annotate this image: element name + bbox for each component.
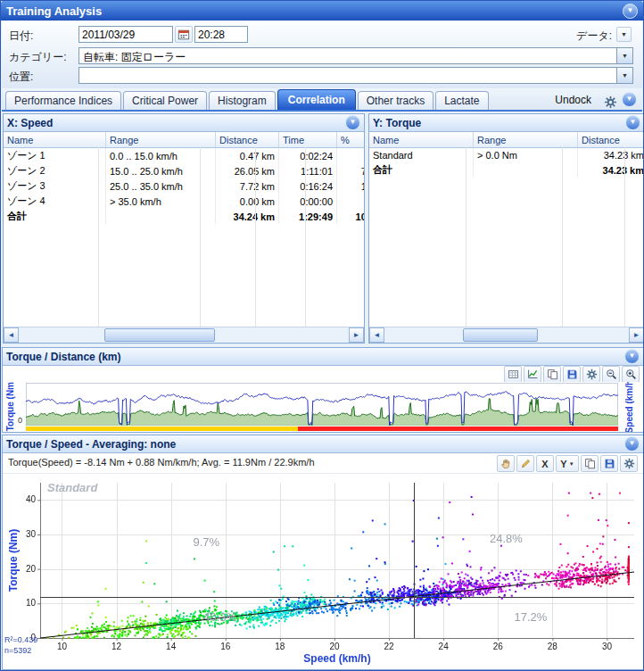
copy-button[interactable]	[581, 455, 599, 472]
tab-row: Performance IndicesCritical PowerHistogr…	[2, 88, 642, 112]
chevron-down-icon[interactable]: ▼	[616, 48, 632, 63]
chevron-down-icon: ▼	[627, 6, 634, 14]
chart-settings-button[interactable]	[524, 366, 541, 383]
column-divider	[466, 147, 466, 327]
column-header[interactable]: Distance	[578, 132, 644, 148]
cell: 1:29:49	[279, 209, 337, 224]
scroll-left-button[interactable]: ◄	[4, 327, 19, 343]
x-speed-panel-header: X: Speed ▼	[4, 114, 364, 132]
save-button[interactable]	[600, 455, 618, 472]
date-input[interactable]	[78, 26, 173, 43]
save-icon	[604, 458, 615, 469]
chevron-down-icon: ▼	[621, 31, 627, 37]
y-table-hscrollbar[interactable]: ◄ ►	[369, 327, 644, 343]
settings-button[interactable]	[602, 95, 618, 110]
y-torque-panel: Y: Torque ▼ NameRangeDistanceTime Standa…	[368, 113, 644, 344]
zoom-out-button[interactable]	[602, 366, 620, 383]
table-row[interactable]: Standard> 0.0 Nm34.23 km	[369, 148, 644, 163]
zoom-in-button[interactable]	[622, 366, 640, 383]
cell: ゾーン 4	[4, 194, 106, 209]
torque-speed-collapse-button[interactable]: ▼	[624, 436, 640, 451]
scroll-right-button[interactable]: ►	[629, 327, 644, 343]
window-collapse-button[interactable]: ▼	[623, 4, 638, 19]
training-analysis-window: Training Analysis ▼ 日付: データ: ▼ カテゴリー: 自転…	[0, 0, 644, 671]
y-table-tbody: Standard> 0.0 Nm34.23 km合計34.23 km1	[369, 148, 644, 178]
scroll-thumb[interactable]	[104, 328, 215, 342]
column-header[interactable]: Name	[4, 132, 106, 148]
gear-icon	[586, 369, 598, 380]
chevron-down-icon[interactable]: ▼	[616, 68, 632, 83]
track-bar-segment	[26, 427, 298, 431]
x-axis-button[interactable]: X	[536, 455, 554, 472]
scroll-right-button[interactable]: ►	[349, 327, 364, 343]
copy-button[interactable]	[543, 366, 561, 383]
tab-lactate[interactable]: Lactate	[435, 91, 488, 110]
column-divider	[562, 147, 563, 327]
edit-button[interactable]	[516, 455, 534, 472]
x-speed-panel: X: Speed ▼ NameRangeDistanceTime% ゾーン 10…	[3, 113, 365, 344]
cell: 34.23 km	[578, 148, 644, 163]
x-speed-collapse-button[interactable]: ▼	[345, 115, 360, 130]
x-speed-table: NameRangeDistanceTime% ゾーン 10.0 .. 15.0 …	[4, 132, 365, 224]
y-axis-button[interactable]: Y▼	[556, 455, 579, 472]
column-divider	[305, 147, 306, 327]
chevron-down-icon: ▼	[630, 118, 637, 126]
table-view-button[interactable]	[504, 366, 522, 383]
torque-speed-title: Torque / Speed - Averaging: none	[6, 438, 176, 451]
tab-performance-indices[interactable]: Performance Indices	[5, 91, 121, 110]
torque-distance-chart[interactable]	[26, 383, 618, 426]
cell: 34.23 km	[578, 162, 644, 178]
column-header[interactable]: %	[337, 132, 366, 148]
cell: 2.67%	[337, 148, 366, 164]
x-table-hscrollbar[interactable]: ◄ ►	[4, 327, 364, 343]
td-left-axis-label: Torque (Nm)	[5, 382, 15, 431]
calendar-button[interactable]	[175, 26, 193, 43]
track-bar	[26, 427, 618, 431]
torque-distance-collapse-button[interactable]: ▼	[624, 349, 640, 364]
y-torque-collapse-button[interactable]: ▼	[625, 115, 640, 130]
x-speed-panel-title: X: Speed	[7, 117, 53, 129]
scroll-track[interactable]	[19, 327, 349, 343]
table-row[interactable]: ゾーン 215.0 .. 25.0 km/h26.05 km1:11:0179.…	[4, 163, 365, 178]
tab-critical-power[interactable]: Critical Power	[123, 91, 207, 110]
location-label: 位置:	[9, 70, 33, 85]
category-combobox[interactable]: 自転車: 固定ローラー ▼	[78, 47, 633, 64]
pan-button[interactable]	[497, 455, 515, 472]
column-divider	[624, 147, 625, 327]
time-input[interactable]	[194, 26, 248, 43]
tabs-menu-button[interactable]: ▼	[622, 92, 637, 107]
tab-histogram[interactable]: Histogram	[209, 91, 276, 110]
save-button[interactable]	[563, 366, 581, 383]
location-combobox[interactable]: ▼	[78, 67, 633, 84]
column-header[interactable]: Range	[474, 132, 578, 148]
date-label: 日付:	[9, 29, 33, 44]
zoom-out-icon	[606, 369, 617, 380]
undock-button[interactable]: Undock	[555, 94, 600, 110]
torque-distance-title: Torque / Distance (km)	[6, 351, 120, 363]
torque-speed-header: Torque / Speed - Averaging: none ▼	[3, 435, 643, 453]
x-table-thead-row: NameRangeDistanceTime%	[4, 132, 365, 148]
tab-correlation[interactable]: Correlation	[277, 89, 356, 110]
column-header[interactable]: Distance	[216, 132, 279, 148]
cell: 26.05 km	[216, 163, 279, 178]
scroll-thumb[interactable]	[463, 328, 538, 342]
window-titlebar: Training Analysis ▼	[1, 1, 643, 21]
chart-options-button[interactable]	[582, 366, 600, 383]
table-row[interactable]: 合計34.24 km1:29:49100.00%	[4, 209, 365, 224]
cell: Standard	[369, 148, 474, 163]
table-row[interactable]: ゾーン 10.0 .. 15.0 km/h0.47 km0:02:242.67%	[4, 148, 365, 164]
torque-speed-scatter-chart[interactable]	[3, 474, 641, 669]
chart-options-button[interactable]	[620, 455, 638, 472]
table-row[interactable]: 合計34.23 km1	[369, 162, 644, 178]
column-header[interactable]: Name	[369, 132, 474, 148]
scroll-track[interactable]	[384, 327, 629, 343]
hand-icon	[500, 458, 512, 469]
data-source-dropdown-button[interactable]: ▼	[616, 27, 632, 42]
r-squared-label: R²=0.439	[4, 635, 37, 644]
table-row[interactable]: ゾーン 325.0 .. 35.0 km/h7.72 km0:16:2418.2…	[4, 178, 365, 194]
column-header[interactable]: Time	[279, 132, 337, 148]
column-header[interactable]: Range	[106, 132, 216, 148]
scroll-left-button[interactable]: ◄	[369, 327, 384, 343]
tab-other-tracks[interactable]: Other tracks	[358, 91, 433, 110]
table-row[interactable]: ゾーン 4> 35.0 km/h0.00 km0:00:000.00%	[4, 194, 365, 209]
